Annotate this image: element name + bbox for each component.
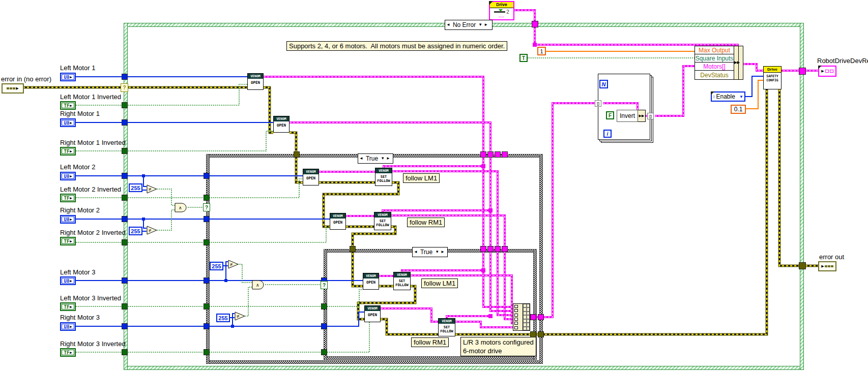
robot-ref-terminal[interactable]: ▶: [818, 66, 836, 77]
loop-iteration-terminal[interactable]: i: [603, 130, 612, 138]
build-array-grid-icon: [523, 304, 530, 330]
right-motor1-terminal[interactable]: U8▶: [60, 118, 76, 127]
not-equal-node-2[interactable]: ≠: [147, 226, 157, 237]
bundle-field-motors[interactable]: Motors[]: [695, 62, 734, 71]
diagram-comment[interactable]: Supports 2, 4, or 6 motors. All motors m…: [286, 41, 507, 51]
tunnel: [204, 323, 210, 329]
tunnel: [350, 246, 356, 252]
tunnel: [799, 68, 806, 75]
bundle-field-max-output[interactable]: Max Output: [695, 46, 734, 54]
venom-header: VENOM: [303, 169, 319, 174]
loop-count-terminal[interactable]: N: [599, 80, 608, 88]
case-dropdown-icon[interactable]: ▼: [435, 250, 439, 254]
svg-text:≠: ≠: [237, 314, 240, 319]
venom-setfollow1-vi[interactable]: VENOM SETFOLLOW: [375, 168, 392, 186]
venom-open5-vi[interactable]: VENOM OPEN: [363, 273, 379, 290]
tunnel: [204, 173, 210, 179]
left-motor1-terminal[interactable]: U8▶: [60, 73, 76, 81]
tunnel: [530, 314, 536, 320]
tunnel: [538, 314, 544, 320]
left-motor1-inverted-terminal[interactable]: TF▶: [60, 101, 76, 110]
case-dropdown-icon[interactable]: ▼: [478, 23, 482, 27]
case-next-icon[interactable]: ►: [484, 23, 488, 27]
case-next-icon[interactable]: ►: [386, 157, 390, 161]
outer-case-selector[interactable]: ◄ No Error ▼ ►: [445, 20, 493, 30]
case-prev-icon[interactable]: ◄: [359, 157, 363, 161]
right-motor3-terminal[interactable]: U8▶: [60, 322, 76, 331]
tunnel: [321, 323, 327, 329]
left-motor3-terminal[interactable]: U8▶: [60, 276, 76, 285]
tunnel: [122, 102, 128, 108]
venom-open1-vi[interactable]: VENOM OPEN: [247, 73, 264, 90]
case-dropdown-icon[interactable]: ▼: [381, 157, 385, 161]
venom-open-label: OPEN: [330, 219, 345, 227]
enable-enum-constant[interactable]: ↕ Enable ▼: [711, 91, 745, 102]
const-1[interactable]: 1: [537, 47, 546, 55]
right-motor3-inverted-terminal[interactable]: TF▶: [60, 348, 76, 357]
venom-header: VENOM: [330, 213, 345, 219]
case-prev-icon[interactable]: ◄: [414, 250, 418, 254]
const-255-4[interactable]: 255: [216, 314, 230, 322]
error-out-label: error out: [819, 253, 844, 261]
venom-open-label: OPEN: [248, 79, 263, 87]
not-equal-node-3[interactable]: ≠: [228, 260, 239, 271]
enum-dropdown-icon[interactable]: ▼: [739, 95, 743, 99]
left-motor1-inverted-label: Left Motor 1 Inverted: [60, 93, 121, 101]
follow-lm1-label-1[interactable]: follow LM1: [403, 173, 440, 183]
venom-open3-vi[interactable]: VENOM OPEN: [303, 169, 319, 185]
venom-setfollow2-vi[interactable]: VENOM SETFOLLOW: [374, 212, 391, 230]
inner-case2-selector[interactable]: ◄ True ▼ ►: [412, 247, 448, 257]
enable-label: Enable: [716, 93, 735, 100]
not-equal-node-4[interactable]: ≠: [235, 312, 245, 323]
venom-open6-vi[interactable]: VENOM OPEN: [364, 305, 381, 322]
venom-setfollow4-vi[interactable]: VENOM SETFOLLOW: [438, 318, 455, 336]
const-deadband[interactable]: 0.1: [731, 105, 746, 114]
tunnel: [487, 246, 494, 252]
loop-tunnel-out[interactable]: []: [647, 113, 654, 119]
follow-lm1-label-2[interactable]: follow LM1: [421, 278, 458, 288]
case-selector-label: True: [419, 249, 433, 256]
left-motor2-inverted-terminal[interactable]: TF▶: [60, 194, 76, 202]
loop-tunnel-in[interactable]: []: [595, 100, 601, 107]
tunnel: [204, 216, 210, 222]
venom-header: VENOM: [274, 116, 289, 121]
follow-rm1-label-1[interactable]: follow RM1: [407, 218, 445, 227]
const-true[interactable]: T: [519, 54, 528, 62]
case-prev-icon[interactable]: ◄: [446, 23, 450, 27]
drive-cluster-constant[interactable]: Drive 2 ▪▪▪▪: [489, 1, 514, 20]
note-line2: 6-motor drive: [463, 347, 502, 355]
build-array-node[interactable]: [513, 303, 530, 331]
tunnel: [495, 246, 501, 252]
venom-open2-vi[interactable]: VENOM OPEN: [273, 116, 290, 133]
venom-setfollow3-vi[interactable]: VENOM SETFOLLOW: [393, 272, 411, 290]
follow-rm1-label-2[interactable]: follow RM1: [411, 337, 449, 347]
invert-bundle-node[interactable]: Invert ▶▶: [617, 110, 646, 122]
and-gate-2[interactable]: ∧: [252, 280, 266, 292]
venom-follow-label: FOLLOW: [376, 223, 389, 227]
const-false[interactable]: F: [606, 111, 614, 119]
tunnel: [122, 173, 128, 179]
error-out-terminal[interactable]: ▶: [818, 261, 836, 271]
inner-case1-selector[interactable]: ◄ True ▼ ►: [358, 153, 393, 164]
svg-text:≠: ≠: [149, 187, 152, 192]
bundle-field-devstatus[interactable]: DevStatus: [695, 70, 734, 80]
tunnel: [122, 195, 128, 201]
left-motor3-inverted-terminal[interactable]: TF▶: [60, 302, 76, 311]
right-motor1-inverted-terminal[interactable]: TF▶: [60, 147, 76, 156]
outer-case-selector-terminal: ?: [121, 83, 128, 92]
case-next-icon[interactable]: ►: [441, 250, 445, 254]
configuration-note[interactable]: L/R 3 motors configured 6-motor drive: [460, 337, 536, 356]
and-gate-1[interactable]: ∧: [175, 203, 188, 214]
tunnel: [122, 148, 128, 154]
left-motor2-terminal[interactable]: U8▶: [60, 172, 76, 180]
const-255-3[interactable]: 255: [210, 262, 223, 270]
drive-safety-config-vi[interactable]: Drive SAFETYCONFIG: [763, 66, 782, 89]
bundle-field-square-inputs[interactable]: Square Inputs: [695, 54, 734, 63]
const-255-2[interactable]: 255: [129, 227, 142, 235]
const-255-1[interactable]: 255: [129, 183, 142, 192]
not-equal-node-1[interactable]: ≠: [147, 184, 157, 196]
right-motor2-terminal[interactable]: U8▶: [60, 215, 76, 224]
venom-open4-vi[interactable]: VENOM OPEN: [330, 213, 346, 230]
right-motor2-inverted-terminal[interactable]: TF▶: [60, 237, 76, 245]
error-in-terminal[interactable]: ▶: [2, 83, 24, 94]
